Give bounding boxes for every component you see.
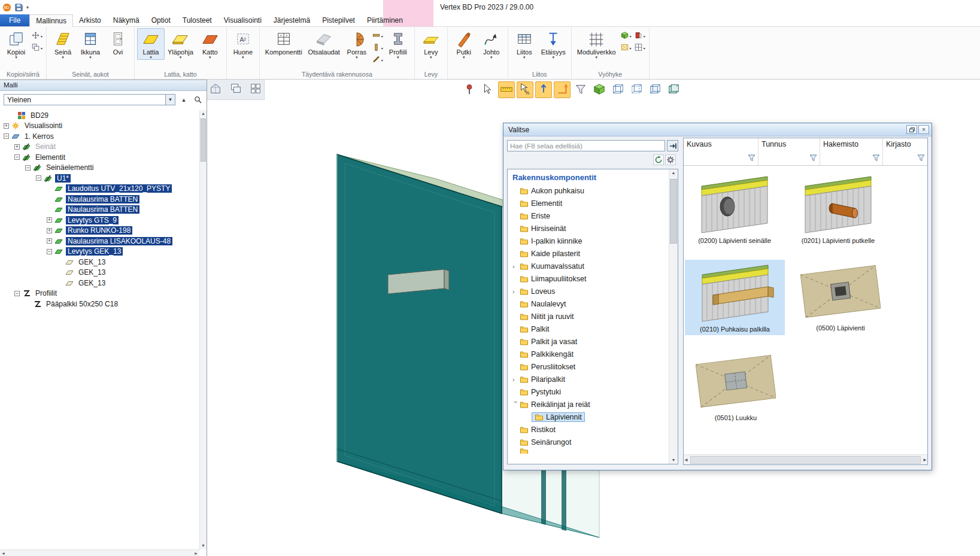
filter-button[interactable]: [572, 81, 589, 98]
snap-percent-button[interactable]: %: [517, 81, 533, 98]
johto-button[interactable]: Johto▾: [478, 28, 505, 60]
sein-button[interactable]: Seinä▾: [49, 28, 77, 60]
search-button[interactable]: [192, 95, 203, 105]
scroll-down-icon[interactable]: ▼: [669, 457, 678, 464]
snap-corner-button[interactable]: [554, 81, 571, 98]
tab-visualisointi[interactable]: Visualisointi: [218, 14, 268, 26]
tree-item-levytys-gek-13[interactable]: −Levytys GEK_13: [0, 247, 199, 257]
liitos-button[interactable]: Liitos▾: [511, 28, 538, 60]
pick-cursor-button[interactable]: [480, 81, 496, 98]
collapse-icon[interactable]: −: [47, 249, 52, 254]
category-palkit-ja-vasat[interactable]: Palkit ja vasat: [512, 335, 668, 348]
tile-windows-button[interactable]: [247, 81, 264, 98]
column-header-kirjasto[interactable]: Kirjasto: [883, 138, 927, 165]
filter-funnel-icon[interactable]: [917, 154, 925, 163]
move-button[interactable]: ▾: [31, 31, 43, 41]
filter-funnel-icon[interactable]: [809, 154, 817, 163]
expand-icon[interactable]: +: [14, 144, 20, 150]
chevron-down-icon[interactable]: ›: [512, 401, 520, 408]
collapse-icon[interactable]: −: [36, 175, 41, 181]
tree-item-gek-13[interactable]: GEK_13: [0, 268, 199, 278]
results-hscrollbar[interactable]: ◄ ►: [684, 454, 927, 464]
scroll-down-icon[interactable]: ▼: [200, 542, 207, 549]
halftone-button[interactable]: ▾: [620, 43, 632, 53]
tab-mallinnus[interactable]: Mallinnus: [29, 14, 73, 27]
tree-item-sein-t[interactable]: +Seinät: [0, 142, 199, 153]
scroll-left-icon[interactable]: ◄: [684, 457, 688, 463]
component-item-0501-luukku[interactable]: (0501) Luukku: [691, 350, 781, 421]
column-header-kuvaus[interactable]: Kuvaus: [684, 138, 758, 165]
expand-icon[interactable]: +: [4, 123, 9, 129]
tree-item-sein-elementti[interactable]: −Seinäelementti: [0, 163, 199, 174]
category-niitit-ja-ruuvit[interactable]: Niitit ja ruuvit: [512, 310, 668, 323]
filter-funnel-icon[interactable]: [872, 154, 880, 163]
tree-item-1-kerros[interactable]: −1. Kerros: [0, 131, 199, 142]
component-item-0500-l-pivienti[interactable]: (0500) Läpivienti: [796, 260, 885, 332]
pushpin-button[interactable]: [461, 81, 478, 98]
component-item-0201-l-pivienti-putkelle[interactable]: (0201) Läpivienti putkelle: [793, 173, 883, 244]
tree-item-gek-13[interactable]: GEK_13: [0, 278, 199, 288]
komponentti-button[interactable]: Komponentti: [262, 28, 305, 56]
category-reik-linjat-ja-rei-t[interactable]: ›Reikälinjat ja reiät: [512, 398, 668, 411]
tab-pistepilvet[interactable]: Pistepilvet: [316, 14, 361, 26]
levy-button[interactable]: Levy▾: [417, 28, 445, 60]
measure-ruler-button[interactable]: [498, 81, 515, 98]
iso-view-button[interactable]: [207, 81, 224, 98]
category-naulalevyt[interactable]: Naulalevyt: [512, 297, 668, 310]
profiili-button[interactable]: Profiili▾: [384, 28, 412, 60]
scroll-left-icon[interactable]: ◄: [1, 551, 5, 555]
model-tree-hscrollbar[interactable]: ◄ ►: [0, 549, 199, 556]
category-l-piviennit[interactable]: Läpiviennit: [512, 411, 668, 423]
category-aukon-puhkaisu[interactable]: Aukon puhkaisu: [512, 184, 668, 197]
scroll-up-icon[interactable]: ▲: [200, 110, 207, 117]
expand-icon[interactable]: +: [47, 217, 52, 223]
yl-pohja-button[interactable]: Yläpohja▾: [165, 28, 196, 60]
chevron-right-icon[interactable]: ›: [512, 263, 520, 270]
category-ristikot[interactable]: Ristikot: [512, 423, 668, 436]
category-hirsisein-t[interactable]: Hirsiseinät: [512, 222, 668, 235]
beam-small-button[interactable]: ▾: [372, 31, 383, 41]
kopioi-button[interactable]: Kopioi▾: [2, 28, 30, 60]
selected-category[interactable]: Läpiviennit: [532, 412, 585, 422]
wire-box-2-button[interactable]: [628, 81, 645, 98]
et-isyys-button[interactable]: Etäisyys▾: [538, 28, 569, 60]
category-kuumavalssatut[interactable]: ›Kuumavalssatut: [512, 260, 668, 272]
collapse-icon[interactable]: −: [14, 291, 20, 296]
snap-vertical-button[interactable]: [535, 81, 552, 98]
model-tree-scrollbar[interactable]: ▲ ▼: [199, 110, 207, 549]
collapse-icon[interactable]: −: [14, 154, 20, 160]
wire-box-button[interactable]: [609, 81, 626, 98]
wire-box-3-button[interactable]: [647, 81, 663, 98]
scroll-right-icon[interactable]: ►: [194, 551, 198, 555]
moduliverkko-button[interactable]: Moduliverkko▾: [574, 28, 619, 60]
category-tree-scrollbar[interactable]: ▲ ▼: [669, 169, 678, 464]
tree-item-levytys-gts-9[interactable]: +Levytys GTS_9: [0, 215, 199, 226]
filter-funnel-icon[interactable]: [748, 154, 756, 163]
scrollbar-thumb[interactable]: [201, 119, 206, 162]
category-kaide-pilasterit[interactable]: Kaide pilasterit: [512, 247, 668, 260]
katto-button[interactable]: Katto▾: [196, 28, 224, 60]
ovi-button[interactable]: Ovi: [104, 28, 132, 56]
ikkuna-button[interactable]: Ikkuna▾: [77, 28, 104, 60]
component-item-0210-puhkaisu-palkilla[interactable]: (0210) Puhkaisu palkilla: [685, 260, 785, 335]
tab-tulosteet[interactable]: Tulosteet: [177, 14, 218, 26]
tree-item-elementit[interactable]: −Elementit: [0, 152, 199, 163]
expand-icon[interactable]: +: [47, 238, 52, 244]
search-go-button[interactable]: [667, 140, 678, 151]
refresh-button[interactable]: [653, 154, 664, 165]
category-palkkikeng-t[interactable]: Palkkikengät: [512, 348, 668, 360]
component-search-input[interactable]: [507, 140, 665, 151]
tab-j-rjestelm[interactable]: Järjestelmä: [268, 14, 316, 26]
scrollbar-thumb[interactable]: [670, 179, 677, 244]
tree-item-runko-runko-198[interactable]: +Runko RUNKO-198: [0, 226, 199, 236]
tree-item-laudoitus-utv-21x120-pysty[interactable]: Laudoitus UTV_21x120_PYSTY: [0, 184, 199, 195]
tree-item-p-palkki-50x250-c18[interactable]: Pääpalkki 50x250 C18: [0, 299, 199, 309]
lattia-button[interactable]: Lattia▾: [137, 28, 165, 60]
tree-item-naulausrima-batten[interactable]: Naulausrima BATTEN: [0, 194, 199, 205]
grid-copy-button[interactable]: ▾: [31, 43, 43, 53]
tree-item-profiilit[interactable]: −Profiilit: [0, 288, 199, 299]
quick-access-dropdown[interactable]: ▾: [26, 5, 29, 10]
expand-icon[interactable]: +: [47, 228, 52, 233]
tree-item-u1[interactable]: −U1*: [0, 173, 199, 184]
category-pilaripalkit[interactable]: ›Pilaripalkit: [512, 373, 668, 385]
